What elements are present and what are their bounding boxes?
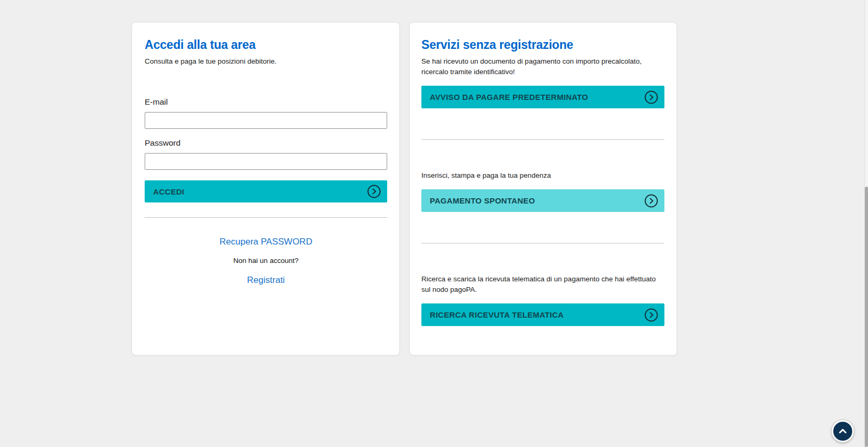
avviso-predeterminato-label: AVVISO DA PAGARE PREDETERMINATO (430, 93, 588, 101)
scroll-to-top-button[interactable] (832, 420, 854, 442)
ricerca-ricevuta-label: RICERCA RICEVUTA TELEMATICA (430, 310, 564, 319)
email-label: E-mail (145, 97, 387, 107)
recover-password-link[interactable]: Recupera PASSWORD (219, 237, 312, 247)
email-input[interactable] (145, 112, 387, 129)
chevron-right-circle-icon (644, 194, 658, 208)
no-account-text: Non hai un account? (145, 257, 387, 265)
login-submit-button[interactable]: ACCEDI (145, 180, 387, 202)
pagamento-spontaneo-label: PAGAMENTO SPONTANEO (430, 196, 535, 205)
login-card-title: Accedi alla tua area (145, 37, 387, 52)
login-links: Recupera PASSWORD Non hai un account? Re… (145, 218, 387, 286)
vertical-scrollbar-track[interactable] (864, 0, 868, 447)
services-divider (421, 243, 664, 243)
avviso-predeterminato-button[interactable]: AVVISO DA PAGARE PREDETERMINATO (421, 86, 664, 108)
vertical-scrollbar-thumb[interactable] (865, 187, 868, 447)
login-card-subtitle: Consulta e paga le tue posizioni debitor… (145, 56, 387, 67)
services-divider (421, 139, 664, 140)
register-link[interactable]: Registrati (247, 275, 285, 286)
services-card: Servizi senza registrazione Se hai ricev… (409, 22, 677, 355)
pagamento-spontaneo-button[interactable]: PAGAMENTO SPONTANEO (421, 189, 664, 212)
chevron-up-icon (837, 425, 849, 437)
service-description: Inserisci, stampa e paga la tua pendenza (421, 170, 664, 181)
chevron-right-circle-icon (644, 90, 658, 104)
chevron-right-circle-icon (644, 308, 658, 322)
login-card: Accedi alla tua area Consulta e paga le … (132, 22, 400, 355)
service-description: Ricerca e scarica la ricevuta telematica… (421, 274, 664, 295)
password-label: Password (145, 138, 387, 148)
password-input[interactable] (145, 153, 387, 170)
services-card-title: Servizi senza registrazione (421, 37, 664, 52)
ricerca-ricevuta-button[interactable]: RICERCA RICEVUTA TELEMATICA (421, 303, 664, 326)
chevron-right-circle-icon (367, 185, 381, 198)
service-description: Se hai ricevuto un documento di pagament… (421, 56, 664, 77)
login-submit-label: ACCEDI (153, 187, 184, 196)
